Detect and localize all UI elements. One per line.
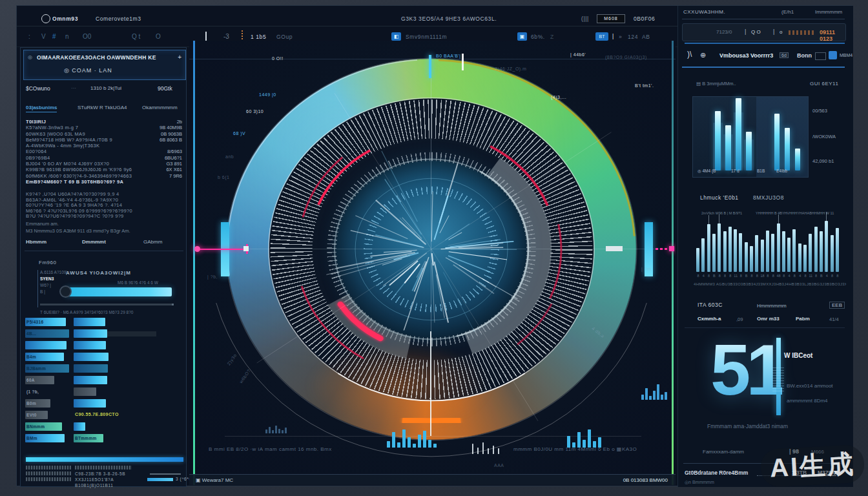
data-line: K5?aNW-3n9w3 m-g 79B 40M9B	[26, 125, 182, 130]
link-icon[interactable]: O0	[83, 33, 91, 40]
slider-rail[interactable]	[40, 304, 174, 305]
menu-item-4[interactable]: MBM4	[840, 53, 852, 57]
bar-b2	[74, 353, 108, 361]
slider-track[interactable]	[66, 287, 172, 296]
data-line: T0I3IRIJ2b	[26, 119, 182, 125]
slider-knob[interactable]	[59, 285, 72, 298]
data-list-2: K9?4? ,U?04 U60A?4?A?0?30?99 9,9 4B63A?-…	[26, 191, 182, 219]
left-title: OIMAARAKOEEA3OACH OAWWNDEHH KE	[37, 54, 156, 61]
search-value: 09111 0123	[820, 29, 845, 42]
tick-bar	[665, 392, 667, 400]
code-rows: C98-23B:7B 3-8-26-5BXX3J11E5O1'8?A3 (^6*…	[21, 465, 187, 488]
toggle-active[interactable]	[829, 51, 837, 59]
tab-active[interactable]: 03|asbunims	[26, 105, 57, 112]
freq-bar	[750, 246, 753, 272]
separator: |	[612, 33, 614, 39]
tick-bar	[402, 429, 406, 448]
left-panel: ◎ OIMAARAKOEEA3OACH OAWWNDEHH KE + ◎ COA…	[20, 47, 187, 487]
code-row: B10B1(B)O11B11	[21, 482, 187, 488]
ai-watermark: AI生成	[760, 444, 865, 488]
home-icon[interactable]: n	[65, 33, 69, 40]
bar-b2	[74, 341, 106, 349]
badge-prefix: (|||	[581, 16, 589, 22]
group-label: GOup	[276, 34, 293, 40]
freq-tick: 11	[733, 274, 738, 278]
row2-e: 41/4	[829, 316, 839, 322]
top-tick-cyan	[429, 55, 431, 78]
freq-bar	[831, 235, 834, 272]
menu-icon[interactable]: :	[28, 33, 30, 40]
tick-bar	[482, 442, 484, 454]
orange-dots-icon	[242, 30, 243, 41]
dial-overlay	[189, 56, 676, 469]
stripe-block	[75, 466, 132, 470]
bar-b2	[74, 399, 106, 408]
freq-tick: 8	[814, 274, 819, 278]
row-button-eeb[interactable]: EEB	[829, 302, 845, 309]
stat-3: 1310 b 2k|Tui	[90, 85, 121, 91]
app-window: Omnm93 Comerovete1m3 G3K3 3EO5/A4 9HE3 6…	[16, 5, 852, 486]
mini-label: SYEN3	[40, 276, 66, 283]
glow-xlabel-1: ◎ 4M4 (B	[698, 169, 716, 174]
freq-annotation-1: 2mV9ch W96 B | M B/9?1	[701, 211, 742, 215]
freq-bar	[803, 245, 807, 272]
left-subtitle: ◎ COAM · LAN	[64, 67, 112, 74]
app-title: Comerovete1m3	[96, 16, 141, 22]
stat-2: ···	[71, 85, 76, 91]
crosshair-horizontal	[202, 249, 664, 249]
dial-label: | 44b6'	[570, 52, 586, 57]
code-text: B10B1(B)O11B11	[75, 483, 113, 488]
bar-label: (1 ?b,	[26, 389, 39, 394]
big-number: 51	[710, 334, 782, 406]
glow-ylabel-3: 42,090 b1	[812, 158, 834, 164]
bottom-tab-1[interactable]: Hbmmm	[26, 239, 46, 245]
tab-2[interactable]: STuRkW R TkkUGA4	[78, 105, 127, 110]
code-line	[150, 473, 181, 475]
search-bar[interactable]: 7123/0 | Q O | o 09111 0123	[682, 23, 846, 41]
freq-bar	[696, 248, 699, 272]
freq-tick: 4	[787, 274, 792, 278]
nav-icon[interactable]: V	[41, 33, 46, 40]
menu-item-2[interactable]: Voorrrr3	[750, 52, 773, 59]
bottom-tab-2[interactable]: Dmmmmt	[82, 239, 106, 245]
circle-b-icon[interactable]: ⊕	[700, 51, 706, 59]
search-icon[interactable]: Q t	[132, 33, 140, 40]
status-badge[interactable]: M608	[597, 14, 625, 23]
bar-b2	[74, 376, 107, 384]
menu-item-3[interactable]: Bonn	[797, 52, 812, 59]
bt-button[interactable]: BT	[595, 32, 608, 41]
app-square-icon[interactable]: ◧	[391, 32, 401, 41]
dial-label: B't tm1'.	[635, 83, 654, 88]
freq-tick: 11	[808, 274, 813, 278]
stripe-block	[26, 471, 71, 475]
percent-square-icon[interactable]: ▣	[517, 32, 527, 41]
arrows-icon[interactable]: »	[619, 34, 622, 40]
row2-c: Omr m33	[757, 316, 780, 322]
freq-tick: 18	[760, 274, 765, 278]
menu-item-1[interactable]: Vmbousa3	[719, 52, 749, 59]
refresh-icon[interactable]: O	[156, 33, 161, 40]
handle-left[interactable]	[243, 246, 249, 251]
bar-label: EVt0	[26, 413, 37, 417]
data-line: 60?U?Y?46 '19 ?E 6A 9 3 9HA?6 ?. 4?14	[26, 202, 182, 208]
tick-bar	[282, 430, 284, 433]
bar-row: P5/4316	[21, 318, 187, 326]
long-progress-bar	[26, 457, 183, 462]
add-button[interactable]: +	[178, 54, 181, 61]
big-side-2: BW.exx014 ammoot	[787, 383, 833, 389]
freq-bar	[739, 233, 742, 272]
bar-label: BNmmm	[26, 424, 45, 429]
big-number-hatch	[772, 367, 784, 393]
bottom-tab-3[interactable]: GAbmm	[143, 239, 162, 245]
data-line: B?U ?4?U?U6?4?9?6?09?94?C ?0?9 9?9	[26, 213, 182, 219]
tab-3[interactable]: Okammmmmm	[142, 105, 178, 110]
glow-bar	[774, 114, 780, 170]
freq-bar	[745, 242, 748, 272]
bar-row: (1 ?b,	[21, 388, 187, 396]
tick-bar	[653, 391, 656, 400]
lock-icon[interactable]: #	[52, 33, 56, 40]
handle-right[interactable]	[606, 246, 623, 251]
freq-subtitle: 8MXJU3O8	[753, 194, 784, 201]
toggle-outline[interactable]	[815, 52, 826, 60]
slider-axis	[37, 270, 38, 307]
